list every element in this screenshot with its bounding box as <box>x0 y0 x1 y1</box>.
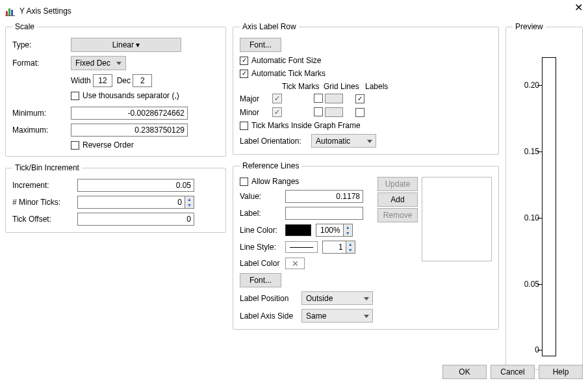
autotick-checkbox[interactable]: ✓ <box>240 70 248 78</box>
linecolor-swatch[interactable] <box>285 224 311 236</box>
dec-input[interactable] <box>133 74 152 87</box>
tickoffset-label: Tick Offset: <box>12 215 77 224</box>
maximum-input[interactable] <box>71 124 188 137</box>
ok-button[interactable]: OK <box>442 365 487 379</box>
thousands-checkbox[interactable] <box>71 92 79 100</box>
reflines-legend: Reference Lines <box>240 161 301 170</box>
autofont-checkbox[interactable]: ✓ <box>240 57 248 65</box>
labelside-label: Label Axis Side <box>240 311 301 321</box>
linestyle-label: Line Style: <box>240 243 285 252</box>
hdr-labels: Labels <box>365 82 398 91</box>
minimum-input[interactable] <box>71 107 188 120</box>
tickbin-group: Tick/Bin Increment Increment: # Minor Ti… <box>5 163 226 233</box>
minor-label: Minor <box>240 108 272 117</box>
inside-label: Tick Marks Inside Graph Frame <box>251 121 361 130</box>
minor-labels-checkbox[interactable] <box>355 108 364 117</box>
minorticks-label: # Minor Ticks: <box>12 198 77 207</box>
linewidth-stepper[interactable]: ▲▼ <box>322 241 355 254</box>
lineopacity-stepper[interactable]: ▲▼ <box>316 224 353 237</box>
add-button[interactable]: Add <box>377 192 418 207</box>
labelpos-label: Label Position <box>240 294 301 303</box>
remove-button[interactable]: Remove <box>377 208 418 222</box>
axislabelrow-group: Axis Label Row Font... ✓Automatic Font S… <box>233 22 499 155</box>
labelside-select[interactable]: Same <box>301 309 373 323</box>
thousands-label: Use thousands separator (,) <box>83 91 179 100</box>
ref-font-button[interactable]: Font... <box>240 273 281 287</box>
reflabel-label: Label: <box>240 209 285 218</box>
window-title: Y Axis Settings <box>19 7 71 16</box>
reflabel-input[interactable] <box>285 207 363 220</box>
update-button[interactable]: Update <box>377 177 418 191</box>
refvalue-label: Value: <box>240 192 285 201</box>
dec-label: Dec <box>117 76 131 85</box>
width-label: Width <box>71 76 91 85</box>
minorticks-stepper[interactable]: ▲▼ <box>77 196 194 209</box>
svg-rect-1 <box>8 8 10 16</box>
major-tick-checkbox: ✓ <box>272 94 282 103</box>
reverse-label: Reverse Order <box>83 140 134 150</box>
increment-input[interactable] <box>77 179 194 192</box>
reflines-list[interactable] <box>422 177 492 261</box>
type-select[interactable]: Linear ▾ <box>71 38 181 52</box>
width-input[interactable] <box>93 74 112 87</box>
axislabelrow-legend: Axis Label Row <box>240 22 299 31</box>
reflines-group: Reference Lines Allow Ranges Value: Labe… <box>233 161 499 330</box>
preview-axis <box>542 57 556 356</box>
labelpos-select[interactable]: Outside <box>301 291 373 305</box>
allowranges-label: Allow Ranges <box>251 177 299 186</box>
labelcolor-label: Label Color <box>240 259 285 268</box>
major-label: Major <box>240 94 272 103</box>
preview-group: Preview 0.20 0.15 0.10 0.05 0 <box>505 22 583 370</box>
labelcolor-swatch[interactable]: ✕ <box>285 258 305 269</box>
hdr-tickmarks: Tick Marks <box>282 82 324 91</box>
reverse-checkbox[interactable] <box>71 141 79 150</box>
tickoffset-input[interactable] <box>77 213 194 226</box>
minor-grid-style[interactable] <box>325 107 343 117</box>
hdr-gridlines: Grid Lines <box>324 82 365 91</box>
minor-tick-checkbox: ✓ <box>272 107 282 117</box>
format-select[interactable]: Fixed Dec <box>71 56 126 70</box>
close-icon[interactable]: ✕ <box>574 3 583 13</box>
preview-legend: Preview <box>513 22 546 31</box>
orientation-select[interactable]: Automatic <box>311 134 376 148</box>
increment-label: Increment: <box>12 181 77 190</box>
minor-grid-checkbox[interactable] <box>314 107 323 116</box>
format-label: Format: <box>12 59 71 68</box>
app-icon <box>5 6 16 16</box>
linecolor-label: Line Color: <box>240 226 285 235</box>
cancel-button[interactable]: Cancel <box>491 365 535 379</box>
orientation-label: Label Orientation: <box>240 137 311 146</box>
maximum-label: Maximum: <box>12 125 71 135</box>
scale-legend: Scale <box>12 22 37 31</box>
minimum-label: Minimum: <box>12 109 71 118</box>
autofont-label: Automatic Font Size <box>251 56 321 65</box>
axis-font-button[interactable]: Font... <box>240 38 281 52</box>
tickbin-legend: Tick/Bin Increment <box>12 163 82 172</box>
refvalue-input[interactable] <box>285 190 363 203</box>
svg-rect-0 <box>6 11 8 16</box>
inside-checkbox[interactable] <box>240 122 248 130</box>
major-labels-checkbox[interactable]: ✓ <box>355 94 364 103</box>
scale-group: Scale Type: Linear ▾ Format: Fixed Dec W… <box>5 22 226 157</box>
linestyle-swatch[interactable] <box>285 241 318 253</box>
type-label: Type: <box>12 40 71 49</box>
svg-rect-2 <box>11 10 13 16</box>
major-grid-checkbox[interactable] <box>314 94 323 103</box>
allowranges-checkbox[interactable] <box>240 178 248 186</box>
help-button[interactable]: Help <box>539 365 583 379</box>
major-grid-style[interactable] <box>325 94 343 103</box>
autotick-label: Automatic Tick Marks <box>251 69 326 78</box>
